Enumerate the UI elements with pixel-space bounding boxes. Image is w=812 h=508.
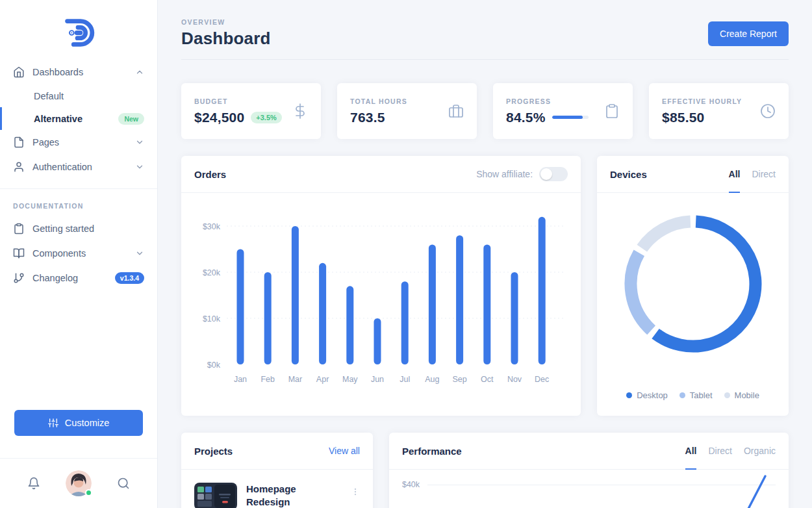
performance-tab-direct[interactable]: Direct [708,433,732,469]
performance-tab-organic[interactable]: Organic [744,433,776,469]
stat-label: BUDGET [194,97,282,105]
sidebar-item-label: Getting started [32,223,94,234]
clipboard-icon [13,223,25,235]
sidebar-item-label: Default [34,91,64,101]
legend-item-tablet: Tablet [679,390,713,400]
svg-text:Sep: Sep [452,375,466,384]
app-logo[interactable] [0,0,157,60]
stats-row: BUDGET $24,500 +3.5% TOTAL HOURS 763.5 [181,83,789,139]
legend-dot [724,392,730,398]
stat-card-budget: BUDGET $24,500 +3.5% [181,83,321,139]
sidebar-item-components[interactable]: Components [0,241,157,266]
legend-dot [679,392,685,398]
delta-badge: +3.5% [251,112,282,123]
clipboard-icon [604,103,620,119]
new-badge: New [118,113,144,125]
avatar[interactable] [66,470,92,496]
clock-icon [760,103,776,119]
performance-line-chart [744,479,770,508]
progress-bar [552,116,589,119]
sidebar-footer [0,458,157,508]
orders-card-title: Orders [194,169,226,180]
project-name: Homepage Redesign [246,483,311,508]
bell-icon[interactable] [27,477,40,490]
stat-value: 763.5 [350,110,385,125]
page-title: Dashboard [181,29,271,49]
sidebar-item-label: Alternative [34,114,82,124]
performance-tab-all[interactable]: All [685,433,697,469]
stat-label: EFFECTIVE HOURLY [662,97,742,105]
svg-text:$30k: $30k [203,222,221,231]
logo-icon [58,16,99,49]
stat-label: TOTAL HOURS [350,97,407,105]
sidebar-item-default[interactable]: Default [0,84,157,107]
online-status-dot [85,489,92,496]
view-all-link[interactable]: View all [329,446,360,456]
progress-bar-fill [552,116,583,119]
chevron-down-icon [135,162,144,171]
svg-text:Jan: Jan [234,375,247,384]
svg-text:$20k: $20k [203,268,221,277]
chevron-down-icon [135,249,144,258]
svg-text:Dec: Dec [535,375,549,384]
customize-button[interactable]: Customize [14,410,143,436]
sidebar-item-label: Authentication [32,162,92,172]
stat-card-progress: PROGRESS 84.5% [493,83,633,139]
devices-tab-all[interactable]: All [729,156,741,192]
project-thumbnail [194,483,237,508]
sliders-icon [48,418,58,428]
search-icon[interactable] [117,477,130,490]
sidebar-item-alternative[interactable]: Alternative New [0,107,157,130]
chevron-up-icon [135,68,144,77]
stat-card-total-hours: TOTAL HOURS 763.5 [337,83,477,139]
dollar-icon [292,103,308,119]
more-options-icon[interactable] [351,483,360,497]
main-content: OVERVIEW Dashboard Create Report BUDGET … [158,0,812,508]
show-affiliate-toggle[interactable] [539,167,568,181]
legend-dot [626,392,632,398]
app-root: Dashboards Default Alternative New Pages [0,0,812,508]
git-branch-icon [13,272,25,284]
devices-tab-direct[interactable]: Direct [752,156,776,192]
file-icon [13,136,25,148]
show-affiliate-label: Show affiliate: [476,169,533,179]
create-report-button[interactable]: Create Report [708,21,789,46]
orders-card: Orders Show affiliate: $0k$10k$20k$30kJa… [181,156,581,416]
page-eyebrow: OVERVIEW [181,18,271,26]
performance-card-title: Performance [402,446,462,457]
sidebar-item-label: Dashboards [32,67,83,77]
devices-legend: DesktopTabletMobile [626,390,759,403]
sidebar-section-label: DOCUMENTATION [0,189,157,216]
svg-text:May: May [342,375,358,384]
sidebar-item-label: Pages [32,137,59,147]
sidebar-docs-nav: Getting started Components Changelog v1.… [0,216,157,290]
svg-text:Mar: Mar [288,375,303,384]
stat-value: 84.5% [506,110,546,125]
sidebar: Dashboards Default Alternative New Pages [0,0,158,508]
sidebar-nav: Dashboards Default Alternative New Pages [0,60,157,179]
sidebar-item-pages[interactable]: Pages [0,130,157,155]
home-icon [13,66,25,78]
performance-ytick: $40k [402,480,420,489]
header-divider [181,59,789,60]
sidebar-item-label: Components [32,248,86,259]
projects-card: Projects View all [181,433,373,508]
svg-text:Jun: Jun [371,375,384,384]
sidebar-item-dashboards[interactable]: Dashboards [0,60,157,84]
orders-bar-chart: $0k$10k$20k$30kJanFebMarAprMayJunJulAugS… [194,205,568,390]
stat-value: $85.50 [662,110,704,125]
project-list-item[interactable]: Homepage Redesign [181,470,373,508]
svg-text:Aug: Aug [425,375,439,384]
projects-card-title: Projects [194,446,233,457]
performance-gridline [427,485,776,485]
book-open-icon [13,248,25,259]
sidebar-item-authentication[interactable]: Authentication [0,155,157,179]
svg-text:Nov: Nov [507,375,522,384]
sidebar-item-changelog[interactable]: Changelog v1.3.4 [0,266,157,290]
svg-text:Oct: Oct [481,375,494,384]
sidebar-item-getting-started[interactable]: Getting started [0,216,157,241]
legend-item-mobile: Mobile [724,390,759,400]
devices-card: Devices All Direct DesktopTabletMobile [597,156,789,416]
svg-text:$0k: $0k [207,361,221,370]
devices-donut-chart [618,209,768,359]
